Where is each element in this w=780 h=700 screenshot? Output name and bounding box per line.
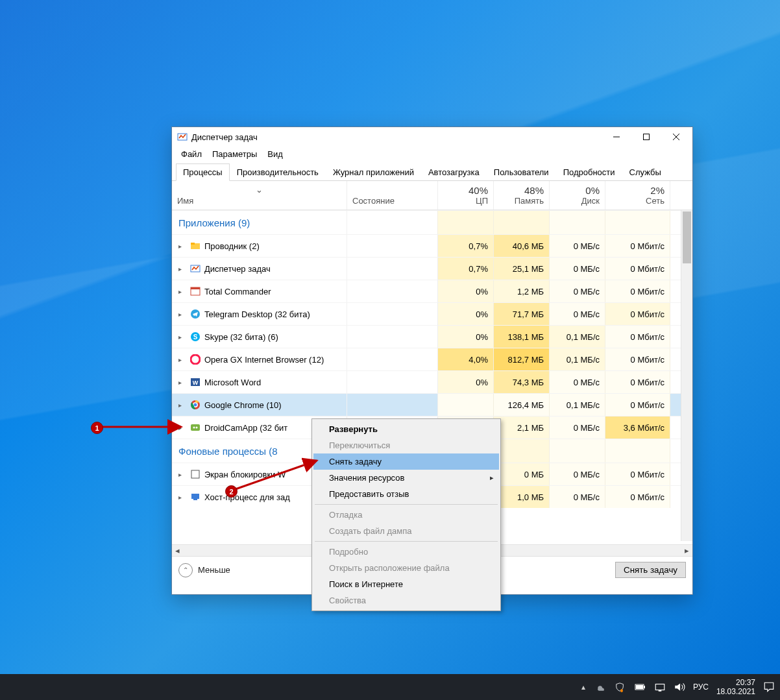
process-disk-cell: 0 МБ/с xyxy=(550,463,605,485)
process-row[interactable]: ▸ Total Commander 0% 1,2 МБ 0 МБ/с 0 Мби… xyxy=(172,280,692,302)
context-menu-item: Создать файл дампа xyxy=(313,523,499,539)
tray-overflow-icon[interactable]: ▴ xyxy=(581,682,588,692)
process-cpu-cell: 0% xyxy=(438,326,494,348)
tab-performance[interactable]: Производительность xyxy=(230,163,326,181)
svg-rect-2 xyxy=(644,134,650,140)
scroll-left-icon[interactable]: ◂ xyxy=(172,546,183,555)
col-disk[interactable]: 0%Диск xyxy=(550,181,605,210)
language-indicator[interactable]: РУС xyxy=(693,682,709,692)
chevron-right-icon[interactable]: ▸ xyxy=(178,471,186,478)
chevron-right-icon[interactable]: ▸ xyxy=(178,494,186,501)
lock-icon xyxy=(190,469,201,479)
process-network-cell: 0 Мбит/с xyxy=(605,326,670,348)
svg-text:W: W xyxy=(193,380,199,386)
tab-app-history[interactable]: Журнал приложений xyxy=(326,163,421,181)
process-name-cell: ▸ Total Commander xyxy=(172,280,347,302)
onedrive-icon[interactable] xyxy=(596,681,607,693)
scrollbar-thumb[interactable] xyxy=(683,211,691,263)
folder-icon xyxy=(190,241,201,251)
group-apps[interactable]: Приложения (9) xyxy=(172,210,692,234)
chevron-right-icon[interactable]: ▸ xyxy=(178,333,186,341)
col-memory[interactable]: 48%Память xyxy=(494,181,550,210)
context-menu-item[interactable]: Развернуть xyxy=(313,421,499,437)
vertical-scrollbar[interactable] xyxy=(681,210,692,541)
tab-processes[interactable]: Процессы xyxy=(176,163,230,181)
fewer-details-button[interactable]: ⌃ Меньше xyxy=(178,563,230,577)
process-memory-cell: 25,1 МБ xyxy=(494,258,550,280)
process-network-cell: 0 Мбит/с xyxy=(605,348,670,370)
chevron-right-icon[interactable]: ▸ xyxy=(178,356,186,363)
context-menu-item[interactable]: Снять задачу xyxy=(313,453,499,470)
process-name: DroidCamApp (32 бит xyxy=(204,423,287,433)
context-menu-item[interactable]: Поиск в Интернете xyxy=(313,576,499,592)
scroll-right-icon[interactable]: ▸ xyxy=(681,546,692,555)
process-state-cell xyxy=(347,258,438,280)
process-name-cell: ▸ Диспетчер задач xyxy=(172,258,347,280)
chevron-right-icon[interactable]: ▸ xyxy=(178,265,186,272)
tab-users[interactable]: Пользователи xyxy=(487,163,556,181)
word-icon: W xyxy=(190,377,201,387)
process-row[interactable]: ▸ Проводник (2) 0,7% 40,6 МБ 0 МБ/с 0 Мб… xyxy=(172,234,692,257)
chevron-right-icon[interactable]: ▸ xyxy=(178,311,186,318)
process-row[interactable]: ▸ Telegram Desktop (32 бита) 0% 71,7 МБ … xyxy=(172,302,692,325)
process-name-cell: ▸ Google Chrome (10) xyxy=(172,394,347,416)
maximize-button[interactable] xyxy=(631,127,661,147)
col-cpu[interactable]: 40%ЦП xyxy=(438,181,494,210)
process-name: Telegram Desktop (32 бита) xyxy=(204,309,310,319)
battery-icon[interactable] xyxy=(635,681,646,693)
chevron-right-icon[interactable]: ▸ xyxy=(178,379,186,386)
column-headers[interactable]: ⌄ Имя Состояние 40%ЦП 48%Память 0%Диск 2… xyxy=(172,181,692,210)
chevron-right-icon[interactable]: ▸ xyxy=(178,402,186,409)
menu-view[interactable]: Вид xyxy=(262,148,288,160)
col-name[interactable]: ⌄ Имя xyxy=(172,181,347,210)
action-center-icon[interactable] xyxy=(763,681,775,693)
droid-icon xyxy=(190,422,201,433)
process-network-cell: 0 Мбит/с xyxy=(605,371,670,393)
context-menu-item[interactable]: Предоставить отзыв xyxy=(313,486,499,502)
process-row[interactable]: ▸ Google Chrome (10) 126,4 МБ 0,1 МБ/с 0… xyxy=(172,393,692,416)
col-state[interactable]: Состояние xyxy=(347,181,438,210)
process-state-cell xyxy=(347,371,438,393)
process-state-cell xyxy=(347,235,438,257)
svg-point-13 xyxy=(191,355,200,364)
process-name-cell: ▸ Telegram Desktop (32 бита) xyxy=(172,303,347,325)
annotation-badge-2: 2 xyxy=(225,485,238,498)
close-button[interactable] xyxy=(661,127,691,147)
tab-startup[interactable]: Автозагрузка xyxy=(421,163,487,181)
end-task-button[interactable]: Снять задачу xyxy=(615,562,686,578)
process-disk-cell: 0,1 МБ/с xyxy=(550,348,605,370)
context-menu-item[interactable]: Значения ресурсов ▸ xyxy=(313,470,499,486)
process-memory-cell: 138,1 МБ xyxy=(494,326,550,348)
host-icon xyxy=(190,492,201,502)
tab-services[interactable]: Службы xyxy=(622,163,668,181)
process-network-cell: 0 Мбит/с xyxy=(605,235,670,257)
taskmgr-icon xyxy=(190,263,201,274)
minimize-button[interactable] xyxy=(602,127,631,147)
taskbar[interactable]: ▴ РУС 20:37 18.03.2021 xyxy=(0,674,780,700)
col-network[interactable]: 2%Сеть xyxy=(605,181,670,210)
svg-point-20 xyxy=(196,427,198,429)
volume-icon[interactable] xyxy=(674,681,685,693)
process-row[interactable]: ▸ W Microsoft Word 0% 74,3 МБ 0 МБ/с 0 М… xyxy=(172,370,692,393)
process-row[interactable]: ▸ Opera GX Internet Browser (12) 4,0% 81… xyxy=(172,348,692,370)
context-menu-item: Подробно xyxy=(313,544,499,560)
network-icon[interactable] xyxy=(654,681,666,693)
chevron-right-icon[interactable]: ▸ xyxy=(178,243,186,250)
task-manager-icon xyxy=(177,132,188,142)
menu-options[interactable]: Параметры xyxy=(207,148,262,160)
defender-icon[interactable] xyxy=(615,681,627,693)
context-menu-item: Свойства xyxy=(313,592,499,609)
process-state-cell xyxy=(347,348,438,370)
process-cpu-cell: 0% xyxy=(438,303,494,325)
taskbar-clock[interactable]: 20:37 18.03.2021 xyxy=(716,678,755,696)
process-cpu-cell: 0% xyxy=(438,280,494,302)
process-disk-cell: 0 МБ/с xyxy=(550,303,605,325)
process-row[interactable]: ▸ S Skype (32 бита) (6) 0% 138,1 МБ 0,1 … xyxy=(172,325,692,348)
opera-icon xyxy=(190,354,201,365)
process-row[interactable]: ▸ Диспетчер задач 0,7% 25,1 МБ 0 МБ/с 0 … xyxy=(172,257,692,280)
chevron-right-icon[interactable]: ▸ xyxy=(178,288,186,295)
title-bar[interactable]: Диспетчер задач xyxy=(172,127,692,147)
process-disk-cell: 0 МБ/с xyxy=(550,416,605,439)
menu-file[interactable]: Файл xyxy=(176,148,207,160)
tab-details[interactable]: Подробности xyxy=(556,163,622,181)
